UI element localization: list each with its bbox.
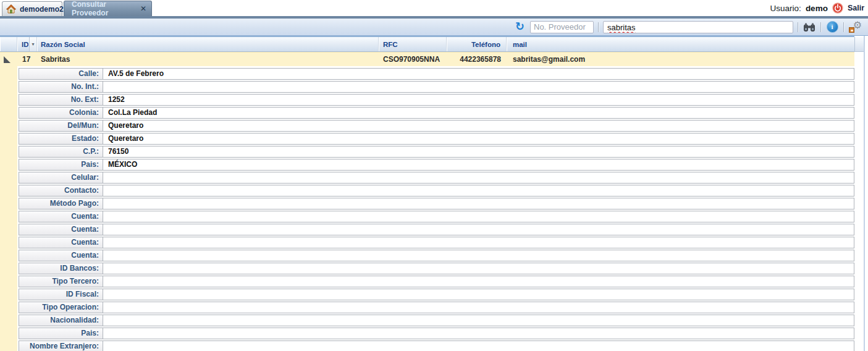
toolbar-separator xyxy=(798,22,798,32)
detail-label: Tipo Tercero: xyxy=(19,276,103,287)
grid-header: ID ▾ Razón Social RFC Teléfono mail xyxy=(0,36,854,52)
detail-value: AV.5 de Febrero xyxy=(103,68,854,80)
detail-value xyxy=(103,302,854,313)
column-menu-trigger[interactable]: ▾ xyxy=(29,37,36,51)
tab-home-label: demodemo2 xyxy=(20,5,64,14)
close-icon[interactable]: ✕ xyxy=(140,5,146,12)
column-header-razon-social[interactable]: Razón Social xyxy=(37,37,379,51)
detail-row: Pais: MÉXICO xyxy=(19,159,854,171)
column-header-expander xyxy=(0,37,17,51)
detail-value xyxy=(103,211,854,222)
provider-row-selected[interactable]: 17 Sabritas CSO970905NNA 4422365878 sabr… xyxy=(0,52,854,66)
detail-label: Cuenta: xyxy=(19,211,103,222)
detail-row: ID Fiscal: xyxy=(19,289,854,300)
toolbar-separator xyxy=(598,22,599,32)
detail-value xyxy=(103,289,854,300)
detail-row: Tipo Tercero: xyxy=(19,276,854,287)
detail-row: Método Pago: xyxy=(19,198,854,209)
detail-row: Del/Mun: Queretaro xyxy=(19,120,854,132)
column-header-id-label: ID xyxy=(22,41,28,48)
detail-value xyxy=(103,250,854,261)
toolbar-separator xyxy=(820,22,821,32)
detail-row: C.P.: 76150 xyxy=(19,146,854,158)
scrollbar-header-spacer xyxy=(854,37,864,52)
detail-label: C.P.: xyxy=(19,146,103,158)
cell-id: 17 xyxy=(17,55,37,64)
detail-label: Nombre Extranjero: xyxy=(19,340,103,351)
user-area: Usuario: demo Salir xyxy=(770,0,864,16)
detail-value: Queretaro xyxy=(103,133,854,145)
search-binoculars-icon[interactable] xyxy=(803,20,816,34)
grid-right-border xyxy=(864,36,865,351)
row-detail-panel: Calle: AV.5 de Febrero No. Int.: No. Ext… xyxy=(0,66,854,351)
column-header-rfc[interactable]: RFC xyxy=(379,37,447,51)
column-header-id[interactable]: ID ▾ xyxy=(17,37,37,51)
detail-label: ID Bancos: xyxy=(19,263,103,274)
detail-row: Nacionalidad: xyxy=(19,315,854,326)
info-icon[interactable]: i xyxy=(825,20,839,34)
row-detail-left-strip xyxy=(0,66,17,351)
detail-value: MÉXICO xyxy=(103,159,854,171)
detail-value: 1252 xyxy=(103,94,854,106)
detail-label: Celular: xyxy=(19,172,103,184)
app-window: demodemo2 Consultar Proveedor ✕ Usuario:… xyxy=(0,0,868,351)
detail-row: Tipo Operacion: xyxy=(19,302,854,313)
detail-value xyxy=(103,224,854,235)
detail-value xyxy=(103,198,854,209)
cell-telefono: 4422365878 xyxy=(447,55,507,64)
detail-value xyxy=(103,340,854,351)
search-toolbar: ↻ sabritas i ⚙ xyxy=(0,19,868,36)
tab-consultar-proveedor[interactable]: Consultar Proveedor ✕ xyxy=(64,1,152,16)
provider-search-input[interactable]: sabritas xyxy=(603,21,793,33)
detail-label: Cuenta: xyxy=(19,237,103,248)
detail-label: Método Pago: xyxy=(19,198,103,209)
detail-row: No. Int.: xyxy=(19,81,854,93)
row-expander-icon[interactable] xyxy=(4,56,11,63)
detail-label: Tipo Operacion: xyxy=(19,302,103,313)
row-detail-table: Calle: AV.5 de Febrero No. Int.: No. Ext… xyxy=(19,68,854,351)
detail-value: 76150 xyxy=(103,146,854,158)
column-header-telefono[interactable]: Teléfono xyxy=(447,37,507,51)
cell-rfc: CSO970905NNA xyxy=(379,55,447,64)
user-label: Usuario: xyxy=(770,4,801,13)
detail-value xyxy=(103,81,854,93)
detail-value xyxy=(103,237,854,248)
detail-row: No. Ext: 1252 xyxy=(19,94,854,106)
detail-value xyxy=(103,185,854,197)
detail-label: Contacto: xyxy=(19,185,103,197)
tab-home-demodemo2[interactable]: demodemo2 xyxy=(2,1,62,16)
detail-label: Cuenta: xyxy=(19,224,103,235)
proveedor-number-input[interactable] xyxy=(530,21,594,33)
tab-bar: demodemo2 Consultar Proveedor ✕ Usuario:… xyxy=(0,0,868,16)
export-settings-icon[interactable]: ⚙ xyxy=(848,20,862,34)
detail-row: Cuenta: xyxy=(19,224,854,235)
detail-label: ID Fiscal: xyxy=(19,289,103,300)
search-input-value: sabritas xyxy=(607,23,636,32)
detail-label: Cuenta: xyxy=(19,250,103,261)
home-icon xyxy=(6,4,16,14)
detail-label: Estado: xyxy=(19,133,103,145)
detail-row: Calle: AV.5 de Febrero xyxy=(19,68,854,80)
detail-row: Celular: xyxy=(19,172,854,184)
user-name: demo xyxy=(806,4,828,13)
cell-mail: sabritas@gmail.com xyxy=(507,55,854,64)
toolbar-separator xyxy=(843,22,844,32)
tab-active-label: Consultar Proveedor xyxy=(72,0,135,17)
detail-row: Pais: xyxy=(19,328,854,339)
detail-label: No. Int.: xyxy=(19,81,103,93)
detail-value xyxy=(103,315,854,326)
detail-row: Nombre Extranjero: xyxy=(19,340,854,351)
logout-button[interactable]: Salir xyxy=(848,4,864,12)
detail-label: Pais: xyxy=(19,328,103,339)
column-header-mail[interactable]: mail xyxy=(507,37,854,51)
detail-row: Estado: Queretaro xyxy=(19,133,854,145)
cell-razon-social: Sabritas xyxy=(37,55,379,64)
detail-label: Colonia: xyxy=(19,107,103,119)
detail-label: Calle: xyxy=(19,68,103,80)
detail-value: Col.La Piedad xyxy=(103,107,854,119)
power-icon[interactable] xyxy=(832,2,843,14)
detail-value xyxy=(103,172,854,184)
detail-value xyxy=(103,276,854,287)
refresh-icon[interactable]: ↻ xyxy=(515,21,525,32)
detail-row: Contacto: xyxy=(19,185,854,197)
